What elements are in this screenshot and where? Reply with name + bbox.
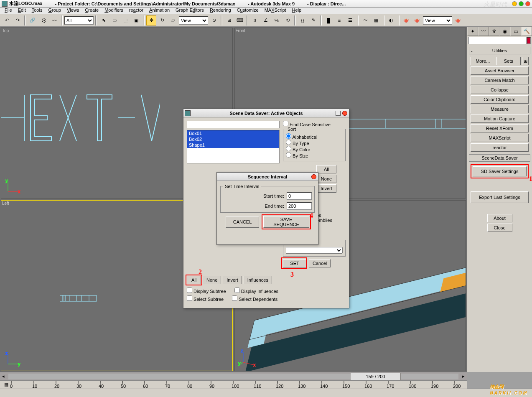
window-minimize-icon[interactable]: [512, 1, 517, 6]
asset-browser-button[interactable]: Asset Browser: [471, 66, 529, 75]
object-color-swatch[interactable]: [527, 37, 531, 44]
time-slider[interactable]: ◂ 159 / 200 ▸: [0, 372, 467, 380]
select-subtree-checkbox[interactable]: Select Subtree: [187, 295, 224, 302]
unlink-icon[interactable]: ⛓: [38, 15, 48, 25]
sort-alpha-radio[interactable]: Alphabetical: [286, 135, 317, 140]
percent-snap-icon[interactable]: %: [272, 15, 282, 25]
start-time-input[interactable]: [287, 192, 312, 200]
select-region-icon[interactable]: ⬚: [120, 15, 130, 25]
select-icon[interactable]: ⬉: [99, 15, 109, 25]
camera-match-button[interactable]: Camera Match: [471, 76, 529, 84]
bottom-influences-button[interactable]: Influences: [244, 276, 272, 284]
list-item[interactable]: Box02: [187, 136, 279, 142]
snap-icon[interactable]: 3: [250, 15, 260, 25]
menu-file[interactable]: File: [2, 8, 15, 14]
link-icon[interactable]: 🔗: [28, 15, 38, 25]
end-time-input[interactable]: [287, 202, 312, 210]
render-preset-select[interactable]: View: [423, 16, 452, 25]
sd-saver-settings-button[interactable]: SD Saver Settings: [473, 166, 527, 176]
menu-maxscript[interactable]: MAXScript: [262, 8, 289, 14]
tab-utilities-icon[interactable]: 🔨: [521, 27, 532, 36]
trackbar-toggle-icon[interactable]: ▦: [3, 382, 10, 388]
dialog-minimize-icon[interactable]: [336, 111, 341, 116]
tab-display-icon[interactable]: ▭: [510, 27, 521, 36]
schematic-view-icon[interactable]: ▦: [371, 15, 381, 25]
bottom-invert-button[interactable]: Invert: [223, 276, 242, 284]
selection-sets-select[interactable]: [286, 247, 343, 254]
export-last-settings-button[interactable]: Export Last Settings: [471, 191, 529, 203]
menu-views[interactable]: Views: [64, 8, 82, 14]
layers-icon[interactable]: ☰: [345, 15, 355, 25]
bottom-none-button[interactable]: None: [203, 276, 221, 284]
side-none-button[interactable]: None: [316, 175, 336, 183]
undo-icon[interactable]: ↶: [2, 15, 12, 25]
object-name-input[interactable]: [468, 37, 527, 44]
rollout-scenedata[interactable]: -SceneData Saver: [469, 154, 530, 162]
display-influences-checkbox[interactable]: Display Influences: [234, 288, 278, 294]
more-button[interactable]: More...: [471, 57, 495, 65]
measure-button[interactable]: Measure: [471, 105, 529, 113]
cancel-button[interactable]: Cancel: [309, 259, 331, 267]
tab-create-icon[interactable]: ✦: [467, 27, 478, 36]
reactor-button[interactable]: reactor: [471, 143, 529, 152]
angle-snap-icon[interactable]: ∠: [261, 15, 271, 25]
color-clipboard-button[interactable]: Color Clipboard: [471, 95, 529, 104]
menu-edit[interactable]: Edit: [15, 8, 29, 14]
sort-color-radio[interactable]: By Color: [286, 147, 310, 152]
list-item[interactable]: Shape1: [187, 142, 279, 148]
render-last-icon[interactable]: 🫖: [453, 15, 463, 25]
pivot-icon[interactable]: ⊙: [209, 15, 219, 25]
sort-type-radio[interactable]: By Type: [286, 141, 309, 146]
window-maximize-icon[interactable]: [519, 1, 524, 6]
spinner-snap-icon[interactable]: ⟲: [283, 15, 293, 25]
ref-coord-select[interactable]: View: [179, 16, 208, 25]
keyboard-shortcut-icon[interactable]: ⌨: [235, 15, 245, 25]
window-crossing-icon[interactable]: ▣: [131, 15, 141, 25]
menu-animation[interactable]: Animation: [146, 8, 173, 14]
maxscript-button[interactable]: MAXScript: [471, 134, 529, 142]
named-selection-edit-icon[interactable]: ✎: [308, 15, 318, 25]
redo-icon[interactable]: ↷: [13, 15, 23, 25]
curve-editor-icon[interactable]: 〜: [360, 15, 370, 25]
collapse-button[interactable]: Collapse: [471, 86, 529, 94]
motion-capture-button[interactable]: Motion Capture: [471, 115, 529, 123]
scale-icon[interactable]: ▱: [168, 15, 178, 25]
menu-customize[interactable]: Customize: [234, 8, 262, 14]
menu-grapheditors[interactable]: Graph Editors: [173, 8, 207, 14]
reset-xform-button[interactable]: Reset XForm: [471, 124, 529, 132]
dialog-saver-title[interactable]: Scene Data Saver: Active Objects: [183, 109, 349, 117]
menu-help[interactable]: Help: [289, 8, 305, 14]
selection-filter-select[interactable]: All: [64, 16, 94, 25]
menu-create[interactable]: Create: [82, 8, 102, 14]
quick-render-icon[interactable]: 🫖: [412, 15, 422, 25]
menu-reactor[interactable]: reactor: [126, 8, 146, 14]
tab-modify-icon[interactable]: 〰: [478, 27, 489, 36]
seq-cancel-button[interactable]: CANCEL: [226, 216, 259, 228]
dialog-seq-title[interactable]: Sequence Interval: [217, 173, 318, 181]
sets-config-icon[interactable]: ⊞: [522, 57, 529, 65]
list-item[interactable]: Box01: [187, 130, 279, 136]
menu-rendering[interactable]: Rendering: [207, 8, 234, 14]
menu-tools[interactable]: Tools: [29, 8, 46, 14]
select-name-icon[interactable]: ▭: [109, 15, 120, 25]
select-dependents-checkbox[interactable]: Select Dependents: [232, 295, 277, 302]
tab-hierarchy-icon[interactable]: ♆: [489, 27, 500, 36]
time-slider-thumb[interactable]: 159 / 200: [351, 373, 401, 380]
search-input[interactable]: [187, 121, 280, 128]
object-listbox[interactable]: Box01 Box02 Shape1: [187, 130, 280, 163]
menu-group[interactable]: Group: [45, 8, 64, 14]
about-button[interactable]: About: [487, 214, 512, 222]
window-close-icon[interactable]: [525, 1, 530, 6]
side-invert-button[interactable]: Invert: [316, 184, 336, 193]
dialog-seq-close-icon[interactable]: [311, 174, 316, 179]
tab-motion-icon[interactable]: ◉: [499, 27, 510, 36]
mirror-icon[interactable]: ▐▌: [323, 15, 333, 25]
rotate-icon[interactable]: ↻: [157, 15, 167, 25]
material-editor-icon[interactable]: ◐: [386, 15, 396, 25]
bind-space-warp-icon[interactable]: 〰: [49, 15, 59, 25]
track-bar[interactable]: ▦ 01020304050607080901001101201301401501…: [0, 380, 467, 389]
render-scene-icon[interactable]: 🫖: [401, 15, 411, 25]
dialog-close-icon[interactable]: [342, 111, 347, 116]
side-all-button[interactable]: All: [316, 165, 336, 173]
sort-size-radio[interactable]: By Size: [286, 153, 308, 158]
